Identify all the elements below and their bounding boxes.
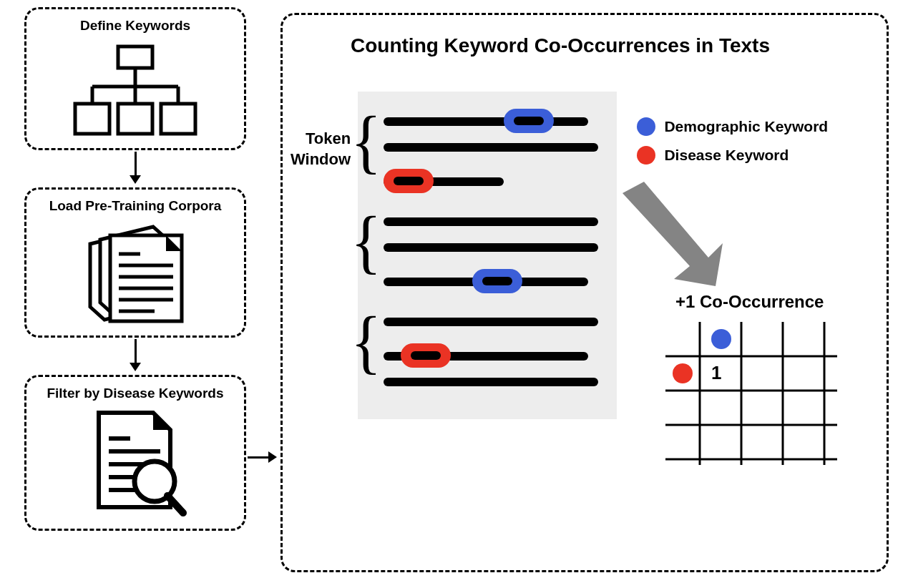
step-define-keywords: Define Keywords — [24, 7, 246, 150]
brace-1: { — [351, 112, 381, 172]
step-load-corpora: Load Pre-Training Corpora — [24, 187, 246, 338]
legend-label: Disease Keyword — [664, 147, 789, 163]
grid-cell-value: 1 — [711, 362, 721, 384]
legend-disease: Disease Keyword — [637, 146, 789, 165]
token-window-label: Token Window — [291, 129, 351, 170]
main-title: Counting Keyword Co-Occurrences in Texts — [351, 34, 770, 57]
document-background — [358, 92, 617, 419]
text-line — [384, 318, 598, 326]
legend-demographic: Demographic Keyword — [637, 117, 828, 136]
step-label-filter: Filter by Disease Keywords — [32, 386, 238, 401]
cooccurrence-grid — [665, 322, 837, 465]
arrow-to-grid-icon — [615, 179, 730, 293]
documents-icon — [74, 221, 196, 328]
svg-rect-7 — [118, 104, 152, 134]
cooccurrence-title: +1 Co-Occurrence — [675, 292, 824, 312]
demographic-keyword-marker — [472, 269, 522, 293]
arrow-step3-main — [248, 456, 270, 459]
svg-point-35 — [673, 363, 693, 383]
demographic-keyword-marker — [504, 109, 554, 133]
svg-rect-6 — [75, 104, 109, 134]
text-line — [384, 143, 598, 152]
step-filter-disease: Filter by Disease Keywords — [24, 375, 246, 531]
brace-3: { — [351, 312, 381, 372]
svg-point-34 — [711, 329, 731, 349]
disease-keyword-marker — [401, 343, 451, 368]
hierarchy-icon — [64, 41, 207, 141]
text-line — [384, 117, 588, 126]
document-search-icon — [74, 407, 196, 521]
svg-rect-0 — [118, 46, 152, 68]
text-line — [384, 217, 598, 226]
blue-dot-icon — [637, 117, 655, 136]
step-label-load: Load Pre-Training Corpora — [32, 198, 238, 214]
arrow-step2-step3 — [135, 339, 137, 365]
svg-marker-25 — [623, 182, 723, 286]
text-line — [384, 378, 598, 386]
legend-label: Demographic Keyword — [664, 118, 828, 134]
disease-keyword-marker — [384, 169, 434, 193]
text-line — [384, 243, 598, 252]
arrow-step1-step2 — [135, 152, 137, 177]
brace-2: { — [351, 212, 381, 272]
svg-rect-8 — [161, 104, 195, 134]
red-dot-icon — [637, 146, 655, 165]
step-label-define: Define Keywords — [32, 18, 238, 34]
